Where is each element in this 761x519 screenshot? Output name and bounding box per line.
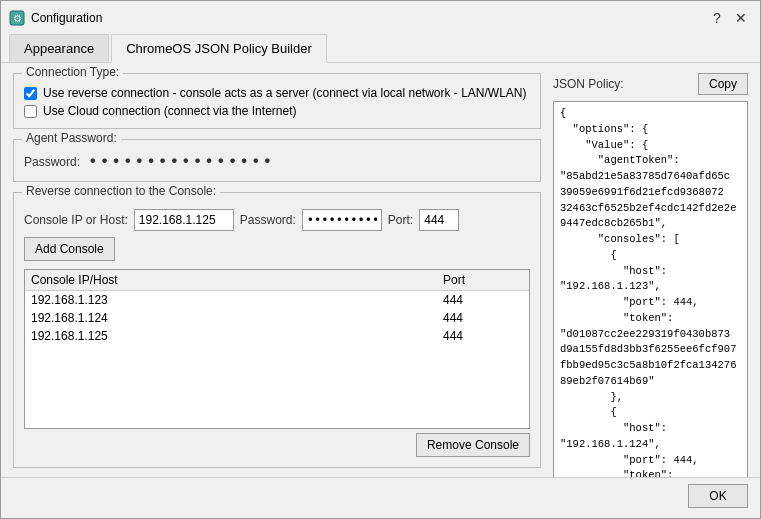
tab-appearance[interactable]: Appearance bbox=[9, 34, 109, 63]
close-button[interactable]: ✕ bbox=[730, 7, 752, 29]
reverse-connection-row: Use reverse connection - console acts as… bbox=[24, 86, 530, 100]
help-button[interactable]: ? bbox=[706, 7, 728, 29]
row-port: 444 bbox=[443, 311, 523, 325]
row-port: 444 bbox=[443, 293, 523, 307]
console-password-label: Password: bbox=[240, 213, 296, 227]
tab-chromeos-json[interactable]: ChromeOS JSON Policy Builder bbox=[111, 34, 327, 63]
svg-text:⚙: ⚙ bbox=[13, 13, 22, 24]
password-field-label: Password: bbox=[24, 155, 80, 169]
remove-btn-container: Remove Console bbox=[24, 433, 530, 457]
reverse-connection-checkbox[interactable] bbox=[24, 87, 37, 100]
row-ip: 192.168.1.124 bbox=[31, 311, 443, 325]
ok-button[interactable]: OK bbox=[688, 484, 748, 508]
left-panel: Connection Type: Use reverse connection … bbox=[13, 73, 541, 467]
table-row[interactable]: 192.168.1.125 444 bbox=[25, 327, 529, 345]
console-input-row: Console IP or Host: Password: Port: Add … bbox=[24, 209, 530, 261]
row-ip: 192.168.1.123 bbox=[31, 293, 443, 307]
col-port-header: Port bbox=[443, 273, 523, 287]
right-panel: JSON Policy: Copy { "options": { "Value"… bbox=[553, 73, 748, 467]
console-table: Console IP/Host Port 192.168.1.123 444 1… bbox=[24, 269, 530, 429]
json-content: { "options": { "Value": { "agentToken": … bbox=[553, 101, 748, 477]
reverse-connection-label: Use reverse connection - console acts as… bbox=[43, 86, 527, 100]
dialog-footer: OK bbox=[1, 477, 760, 518]
table-row[interactable]: 192.168.1.124 444 bbox=[25, 309, 529, 327]
cloud-connection-row: Use Cloud connection (connect via the In… bbox=[24, 104, 530, 118]
add-console-button[interactable]: Add Console bbox=[24, 237, 115, 261]
agent-password-label: Agent Password: bbox=[22, 131, 121, 145]
connection-type-label: Connection Type: bbox=[22, 65, 123, 79]
dialog-body: Connection Type: Use reverse connection … bbox=[1, 63, 760, 477]
row-ip: 192.168.1.125 bbox=[31, 329, 443, 343]
row-port: 444 bbox=[443, 329, 523, 343]
agent-password-group: Agent Password: Password: ••••••••••••••… bbox=[13, 139, 541, 182]
table-row[interactable]: 192.168.1.123 444 bbox=[25, 291, 529, 309]
configuration-dialog: ⚙ Configuration ? ✕ Appearance ChromeOS … bbox=[0, 0, 761, 519]
table-header: Console IP/Host Port bbox=[25, 270, 529, 291]
cloud-connection-label: Use Cloud connection (connect via the In… bbox=[43, 104, 296, 118]
json-policy-label: JSON Policy: bbox=[553, 77, 624, 91]
remove-console-button[interactable]: Remove Console bbox=[416, 433, 530, 457]
copy-button[interactable]: Copy bbox=[698, 73, 748, 95]
json-header: JSON Policy: Copy bbox=[553, 73, 748, 95]
reverse-connection-group: Reverse connection to the Console: Conso… bbox=[13, 192, 541, 468]
tab-bar: Appearance ChromeOS JSON Policy Builder bbox=[1, 33, 760, 63]
dialog-icon: ⚙ bbox=[9, 10, 25, 26]
password-field-row: Password: •••••••••••••••• bbox=[24, 152, 530, 171]
console-port-label: Port: bbox=[388, 213, 413, 227]
col-ip-header: Console IP/Host bbox=[31, 273, 443, 287]
console-ip-input[interactable] bbox=[134, 209, 234, 231]
dialog-title: Configuration bbox=[31, 11, 700, 25]
connection-type-group: Connection Type: Use reverse connection … bbox=[13, 73, 541, 129]
console-port-input[interactable] bbox=[419, 209, 459, 231]
console-ip-label: Console IP or Host: bbox=[24, 213, 128, 227]
console-password-input[interactable] bbox=[302, 209, 382, 231]
title-bar: ⚙ Configuration ? ✕ bbox=[1, 1, 760, 33]
reverse-connection-group-label: Reverse connection to the Console: bbox=[22, 184, 220, 198]
title-bar-controls: ? ✕ bbox=[706, 7, 752, 29]
cloud-connection-checkbox[interactable] bbox=[24, 105, 37, 118]
password-value: •••••••••••••••• bbox=[88, 152, 274, 171]
